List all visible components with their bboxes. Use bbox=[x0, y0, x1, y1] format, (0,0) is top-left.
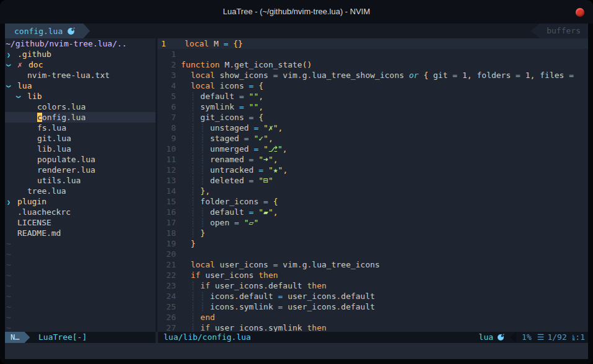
code-line-8[interactable]: 7 ┊ git_icons = { bbox=[157, 112, 588, 123]
tree-item-utils.lua[interactable]: utils.lua bbox=[5, 175, 156, 186]
tree-item-nvim-tree-lua.txt[interactable]: nvim-tree-lua.txt bbox=[5, 70, 156, 80]
close-button[interactable] bbox=[576, 8, 584, 17]
empty-line-marker: ~ bbox=[5, 270, 156, 280]
code-line-24[interactable]: 23 ┊ if user_icons.default then bbox=[157, 280, 588, 291]
chevron-right-icon[interactable]: ❯ bbox=[6, 197, 17, 207]
code-line-28[interactable]: 27 ┊ if user_icons.symlink then bbox=[157, 323, 588, 332]
code-text: ┊ } bbox=[176, 228, 205, 238]
code-text: ┊ if user_icons.default then bbox=[176, 280, 327, 291]
chevron-down-icon[interactable]: ❯ bbox=[6, 60, 17, 70]
tree-item-colors.lua[interactable]: colors.lua bbox=[5, 102, 156, 112]
code-line-9[interactable]: 8 ┊ ┊ unstaged = "✗", bbox=[157, 123, 588, 133]
code-line-15[interactable]: 14 ┊ }, bbox=[157, 186, 588, 196]
tab-config-lua[interactable]: config.lua bbox=[5, 24, 90, 38]
file-tree[interactable]: ~/github/nvim-tree.lua/.. ❯.github❯✗docn… bbox=[5, 38, 156, 332]
code-line-22[interactable]: 21 local user_icons = vim.g.lua_tree_ico… bbox=[157, 259, 588, 270]
code-line-7[interactable]: 6 ┊ symlink = "", bbox=[157, 102, 588, 112]
code-text: ┊ end bbox=[176, 312, 215, 323]
code-line-6[interactable]: 5 ┊ default = "", bbox=[157, 91, 588, 102]
code-line-23[interactable]: 22 if user_icons then bbox=[157, 270, 588, 280]
code-line-11[interactable]: 10 ┊ ┊ unmerged = "⎇", bbox=[157, 144, 588, 154]
tree-item-.github[interactable]: ❯.github bbox=[5, 49, 156, 59]
code-text: ┊ if user_icons.symlink then bbox=[176, 323, 327, 332]
code-line-16[interactable]: 15 ┊ folder_icons = { bbox=[157, 196, 588, 207]
chevron-right-icon[interactable]: ❯ bbox=[6, 50, 17, 59]
tree-item-renderer.lua[interactable]: renderer.lua bbox=[5, 165, 156, 175]
tree-item-lib.lua[interactable]: lib.lua bbox=[5, 144, 156, 154]
code-line-26[interactable]: 25 ┊ ┊ icons.symlink = user_icons.defaul… bbox=[157, 301, 588, 312]
line-number-relative: 25 bbox=[157, 301, 176, 312]
code-text: function M.get_icon_state() bbox=[176, 59, 312, 70]
code-line-2[interactable]: 1 bbox=[157, 49, 588, 59]
code-line-17[interactable]: 16 ┊ ┊ default = "▰", bbox=[157, 207, 588, 217]
tree-item-config.lua[interactable]: config.lua bbox=[5, 112, 156, 123]
line-number-relative: 17 bbox=[157, 217, 176, 228]
code-line-5[interactable]: 4 local icons = { bbox=[157, 80, 588, 91]
line-number-relative: 14 bbox=[157, 186, 176, 196]
code-text: if user_icons then bbox=[176, 270, 278, 280]
line-number-relative: 9 bbox=[157, 133, 176, 144]
chevron-down-icon[interactable]: ❯ bbox=[16, 92, 27, 102]
code-text: local show_icons = vim.g.lua_tree_show_i… bbox=[176, 70, 579, 80]
block-cursor: c bbox=[37, 113, 42, 122]
titlebar: LuaTree - (~/github/nvim-tree.lua) - NVI… bbox=[0, 0, 593, 24]
line-number-relative: 12 bbox=[157, 165, 176, 175]
code-line-25[interactable]: 24 ┊ ┊ icons.default = user_icons.defaul… bbox=[157, 291, 588, 301]
code-line-12[interactable]: 11 ┊ ┊ renamed = "➜", bbox=[157, 154, 588, 165]
line-number-relative: 20 bbox=[157, 249, 176, 259]
tree-item-label: lib bbox=[27, 92, 42, 101]
code-text: local icons = { bbox=[176, 80, 263, 91]
tree-item-git.lua[interactable]: git.lua bbox=[5, 133, 156, 144]
tree-item-lua[interactable]: ❯lua bbox=[5, 80, 156, 91]
tree-item-README.md[interactable]: README.md bbox=[5, 228, 156, 238]
chevron-down-icon[interactable]: ❯ bbox=[6, 81, 17, 91]
line-number-relative: 13 bbox=[157, 175, 176, 186]
lua-logo-icon bbox=[497, 334, 504, 341]
tree-item-doc[interactable]: ❯✗doc bbox=[5, 59, 156, 70]
code-text: ┊ default = "", bbox=[176, 91, 263, 102]
code-text: ┊ ┊ staged = "✓", bbox=[176, 133, 273, 144]
code-line-4[interactable]: 3 local show_icons = vim.g.lua_tree_show… bbox=[157, 70, 588, 80]
column-number: :1 bbox=[575, 332, 585, 343]
code-text: ┊ ┊ renamed = "➜", bbox=[176, 154, 278, 165]
code-line-13[interactable]: 12 ┊ ┊ untracked = "★", bbox=[157, 165, 588, 175]
line-number-relative: 23 bbox=[157, 280, 176, 291]
code-line-27[interactable]: 26 ┊ end bbox=[157, 312, 588, 323]
code-line-1[interactable]: 1local M = {} bbox=[157, 38, 588, 49]
code-text: ┊ }, bbox=[176, 186, 210, 196]
tree-item-label: .github bbox=[17, 50, 51, 59]
buffers-tab[interactable]: buffers bbox=[530, 24, 588, 38]
tree-item-label: lua bbox=[17, 81, 32, 90]
code-line-14[interactable]: 13 ┊ ┊ deleted = "⊟" bbox=[157, 175, 588, 186]
code-text: ┊ ┊ deleted = "⊟" bbox=[176, 175, 273, 186]
code-line-3[interactable]: 2function M.get_icon_state() bbox=[157, 59, 588, 70]
code-text: ┊ ┊ untracked = "★", bbox=[176, 165, 288, 175]
tree-item-tree.lua[interactable]: tree.lua bbox=[5, 186, 156, 196]
buffers-label: buffers bbox=[547, 26, 581, 35]
tree-item-label: .luacheckrc bbox=[17, 207, 71, 217]
empty-line-marker: ~ bbox=[5, 280, 156, 291]
code-text: ┊ folder_icons = { bbox=[176, 196, 278, 207]
tree-item-label: LICENSE bbox=[17, 218, 51, 227]
line-number-icon: L N bbox=[573, 334, 575, 340]
tree-item-lib[interactable]: ❯lib bbox=[5, 91, 156, 102]
code-line-19[interactable]: 18 ┊ } bbox=[157, 228, 588, 238]
nvim-window: LuaTree - (~/github/nvim-tree.lua) - NVI… bbox=[0, 0, 593, 364]
tabline: config.lua buffers bbox=[5, 24, 588, 38]
statusline-separator bbox=[156, 332, 158, 343]
command-line[interactable] bbox=[5, 343, 588, 359]
statusline-file-path: lua/lib/config.lua bbox=[164, 332, 251, 343]
tree-item-label: colors.lua bbox=[37, 102, 86, 111]
code-buffer[interactable]: 1local M = {}12function M.get_icon_state… bbox=[157, 38, 588, 332]
code-line-20[interactable]: 19 } bbox=[157, 238, 588, 249]
tree-item-fs.lua[interactable]: fs.lua bbox=[5, 123, 156, 133]
tree-item-LICENSE[interactable]: LICENSE bbox=[5, 217, 156, 228]
tree-item-populate.lua[interactable]: populate.lua bbox=[5, 154, 156, 165]
line-number-relative: 3 bbox=[157, 70, 176, 80]
filetype-label: lua bbox=[479, 332, 493, 343]
tree-item-plugin[interactable]: ❯plugin bbox=[5, 196, 156, 207]
code-line-10[interactable]: 9 ┊ ┊ staged = "✓", bbox=[157, 133, 588, 144]
code-line-21[interactable]: 20 bbox=[157, 249, 588, 259]
tree-item-.luacheckrc[interactable]: .luacheckrc bbox=[5, 207, 156, 217]
code-line-18[interactable]: 17 ┊ ┊ open = "▱" bbox=[157, 217, 588, 228]
